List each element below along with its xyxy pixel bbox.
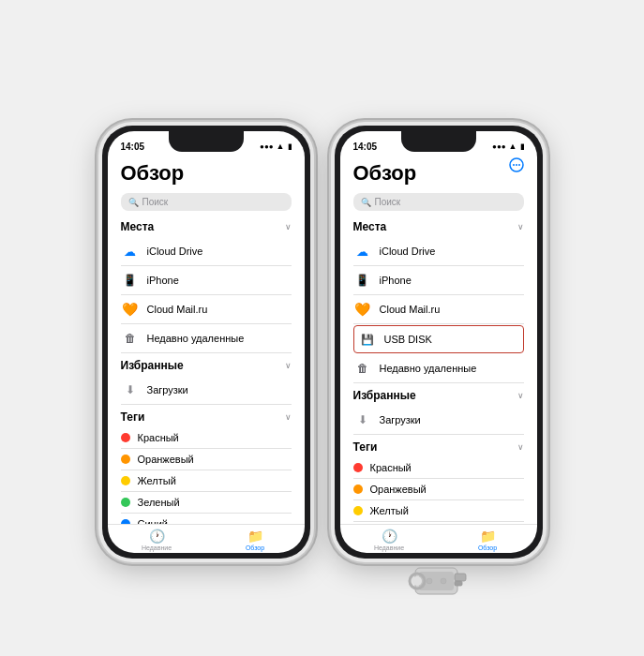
chevron-mesta-left[interactable]: ∨ [285,222,292,231]
item-label-orange-right: Оранжевый [370,484,427,495]
list-item-yellow-right[interactable]: Желтый [353,500,524,522]
item-label-red-right: Красный [370,462,412,473]
mail-icon-left: 🧡 [121,300,140,319]
section-fav-right: Избранные ∨ [353,389,524,402]
tab-bar-left: 🕐 Недавние 📁 Обзор [108,524,305,553]
chevron-fav-right[interactable]: ∨ [517,391,524,400]
list-item-green-left[interactable]: Зеленый [121,492,292,514]
mail-icon-right: 🧡 [353,300,372,319]
search-icon-left: 🔍 [128,198,139,207]
chevron-fav-left[interactable]: ∨ [285,361,292,370]
list-item-mail-right[interactable]: 🧡 Cloud Mail.ru [353,295,524,324]
dot-yellow-right [353,506,363,515]
item-label-mail-left: Cloud Mail.ru [147,304,208,315]
tab-label-browse-left: Обзор [246,544,264,551]
search-placeholder-left: Поиск [142,197,169,207]
notch-right [401,131,476,152]
tab-bar-right: 🕐 Недавние 📁 Обзор [340,524,537,553]
list-item-usb-right[interactable]: 💾 USB DISK [353,325,524,353]
search-bar-right[interactable]: 🔍 Поиск [353,193,524,211]
list-item-red-left[interactable]: Красный [121,427,292,449]
tab-browse-right[interactable]: 📁 Обзор [439,529,537,551]
more-icon-right[interactable] [509,157,524,176]
chevron-tags-right[interactable]: ∨ [517,442,524,452]
battery-icon: ▮ [288,142,292,151]
list-item-orange-left[interactable]: Оранжевый [121,449,292,470]
clock-icon-left: 🕐 [149,529,165,544]
section-title-fav-left: Избранные [121,359,184,372]
item-label-downloads-left: Загрузки [147,384,188,395]
signal-icon-right: ●●● [492,142,506,151]
dot-orange-left [121,455,130,464]
dot-green-left [121,498,130,507]
svg-point-11 [441,578,446,584]
tab-recent-left[interactable]: 🕐 Недавние [108,529,206,551]
item-label-yellow-right: Желтый [370,505,409,516]
wifi-icon: ▲ [277,142,285,151]
page-title-left: Обзор [121,161,292,186]
list-item-orange-right[interactable]: Оранжевый [353,479,524,500]
svg-point-10 [427,578,432,584]
section-tags-right: Теги ∨ [353,440,524,454]
folder-icon-left: 📁 [247,529,263,544]
section-tags-left: Теги ∨ [121,410,292,424]
item-label-trash-right: Недавно удаленные [380,363,477,374]
time-left: 14:05 [121,142,145,152]
time-right: 14:05 [353,142,378,152]
phone-device-icon-left: 📱 [121,271,140,290]
content-right: Обзор 🔍 Поиск Места ∨ ☁ iCloud Drive [340,157,537,524]
section-title-tags-left: Теги [121,410,145,424]
dot-red-right [353,463,363,472]
search-bar-left[interactable]: 🔍 Поиск [121,193,292,211]
phone-right: 14:05 ●●● ▲ ▮ [331,122,547,562]
folder-icon-right: 📁 [480,529,496,544]
svg-rect-6 [455,574,466,581]
list-item-iphone-right[interactable]: 📱 iPhone [353,266,524,295]
trash-icon-left: 🗑 [121,329,140,348]
svg-rect-7 [455,581,462,586]
list-item-blue-left[interactable]: Синий [121,514,292,524]
search-icon-right: 🔍 [361,198,371,207]
item-label-yellow-left: Желтый [138,475,176,486]
list-item-mail-left[interactable]: 🧡 Cloud Mail.ru [121,295,292,324]
list-item-yellow-left[interactable]: Желтый [121,470,292,492]
scene: 14:05 ●●● ▲ ▮ Обзор 🔍 Поиск [98,94,547,562]
tab-recent-right[interactable]: 🕐 Недавние [340,529,439,551]
tab-label-recent-left: Недавние [142,544,172,551]
battery-icon-right: ▮ [520,142,524,151]
item-label-icloud-right: iCloud Drive [380,246,436,257]
dot-orange-right [353,485,363,494]
item-label-trash-left: Недавно удаленные [147,333,245,344]
notch-left [169,131,244,152]
list-item-trash-right[interactable]: 🗑 Недавно удаленные [353,354,524,383]
list-item-icloud-right[interactable]: ☁ iCloud Drive [353,237,524,266]
icloud-icon-left: ☁ [121,242,140,261]
download-icon-left: ⬇ [121,380,140,399]
wifi-icon-right: ▲ [509,142,517,151]
signal-icon: ●●● [260,142,274,151]
section-fav-left: Избранные ∨ [121,359,292,372]
svg-point-1 [513,164,515,166]
usb-drive-image [397,559,472,619]
section-title-tags-right: Теги [353,440,378,454]
item-label-icloud-left: iCloud Drive [147,246,203,257]
list-item-downloads-left[interactable]: ⬇ Загрузки [121,376,292,405]
list-item-red-right[interactable]: Красный [353,457,524,479]
item-label-iphone-left: iPhone [147,275,179,286]
phone-device-icon-right: 📱 [353,271,372,290]
list-item-trash-left[interactable]: 🗑 Недавно удаленные [121,324,292,353]
list-item-downloads-right[interactable]: ⬇ Загрузки [353,406,524,435]
tab-browse-left[interactable]: 📁 Обзор [206,529,305,551]
list-item-iphone-left[interactable]: 📱 iPhone [121,266,292,295]
svg-point-2 [516,164,517,166]
tab-label-recent-right: Недавние [374,544,404,551]
section-mesta-right: Места ∨ [353,220,524,233]
chevron-mesta-right[interactable]: ∨ [517,222,524,231]
chevron-tags-left[interactable]: ∨ [285,412,292,422]
section-title-mesta-right: Места [353,220,387,233]
list-item-icloud-left[interactable]: ☁ iCloud Drive [121,237,292,266]
dot-red-left [121,433,130,442]
section-title-fav-right: Избранные [353,389,416,402]
page-title-right: Обзор [353,161,524,186]
item-label-mail-right: Cloud Mail.ru [380,304,441,315]
